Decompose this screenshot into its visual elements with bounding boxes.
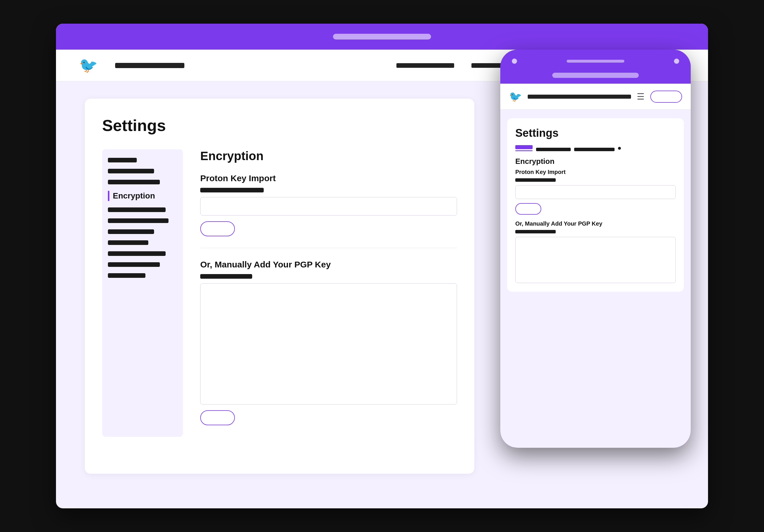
sidebar-item-8[interactable] <box>108 240 148 245</box>
mobile-tab-dot <box>618 147 621 150</box>
mobile-settings-title: Settings <box>515 127 676 139</box>
sidebar-item-3[interactable] <box>108 180 160 184</box>
sidebar-item-5[interactable] <box>108 207 166 212</box>
sidebar-item-encryption[interactable]: Encryption <box>108 191 177 201</box>
mobile-tab-3[interactable] <box>574 148 615 151</box>
site-logo-text <box>115 63 184 68</box>
sidebar-item-9[interactable] <box>108 251 166 256</box>
encryption-section-title: Encryption <box>200 149 457 163</box>
sidebar-item-1[interactable] <box>108 158 137 162</box>
pgp-key-textarea[interactable] <box>200 283 457 405</box>
mobile-tab-2[interactable] <box>536 148 571 151</box>
mobile-url-bar <box>500 73 691 84</box>
mobile-frame: 🐦 ☰ Settings Encrypt <box>500 50 691 448</box>
desktop-browser: 🐦 Settings Encryption <box>56 24 708 508</box>
hamburger-menu-icon[interactable]: ☰ <box>637 91 645 101</box>
proton-key-field-label <box>200 188 264 192</box>
mobile-settings-card: Settings Encryption Proton Key Import <box>507 118 684 292</box>
settings-body: Encryption Encryption Proton Key Import <box>102 149 457 437</box>
proton-key-import-title: Proton Key Import <box>200 173 457 183</box>
mobile-nav-cta-button[interactable] <box>650 90 682 103</box>
mobile-status-dot-right <box>674 59 679 64</box>
mobile-pgp-textarea[interactable] <box>515 237 676 283</box>
mobile-proton-key-input[interactable] <box>515 185 676 199</box>
mobile-status-dot-left <box>512 59 517 64</box>
mobile-site-logo-text <box>528 94 631 99</box>
pgp-key-submit-button[interactable] <box>200 410 235 425</box>
settings-card: Settings Encryption <box>85 99 474 474</box>
browser-top-bar <box>56 24 708 50</box>
mobile-page-content: Settings Encryption Proton Key Import <box>500 110 691 448</box>
mobile-tab-1-underline <box>515 150 533 151</box>
mobile-proton-submit-button[interactable] <box>515 203 541 215</box>
url-bar-pill[interactable] <box>333 34 431 40</box>
proton-key-input[interactable] <box>200 197 457 216</box>
sidebar-item-10[interactable] <box>108 262 160 267</box>
sidebar-item-11[interactable] <box>108 273 145 278</box>
sidebar-item-6[interactable] <box>108 218 168 223</box>
mobile-tab-1[interactable] <box>515 145 533 149</box>
mobile-pgp-field-label <box>515 230 556 234</box>
mobile-encryption-title: Encryption <box>515 157 676 166</box>
settings-sidebar: Encryption <box>102 149 183 437</box>
mobile-site-logo-icon: 🐦 <box>509 90 522 103</box>
mobile-status-bar <box>500 50 691 73</box>
mobile-manual-pgp-title: Or, Manually Add Your PGP Key <box>515 220 676 227</box>
proton-key-submit-button[interactable] <box>200 221 235 236</box>
sidebar-item-2[interactable] <box>108 169 154 173</box>
sidebar-item-encryption-label: Encryption <box>113 191 155 201</box>
site-logo-icon: 🐦 <box>79 57 98 74</box>
mobile-tabs-row <box>515 145 676 151</box>
manual-pgp-title: Or, Manually Add Your PGP Key <box>200 260 457 269</box>
sidebar-item-7[interactable] <box>108 229 154 234</box>
nav-link-1[interactable] <box>396 63 454 68</box>
mobile-browser-nav: 🐦 ☰ <box>500 84 691 110</box>
mobile-url-pill[interactable] <box>552 73 639 78</box>
mobile-proton-key-title: Proton Key Import <box>515 169 676 175</box>
mobile-proton-field-label <box>515 178 556 182</box>
settings-title: Settings <box>102 116 457 135</box>
sidebar-active-bar <box>108 191 109 201</box>
settings-main-content: Encryption Proton Key Import Or, Manuall… <box>183 149 457 437</box>
mobile-notch <box>567 60 624 63</box>
section-divider <box>200 248 457 248</box>
pgp-key-field-label <box>200 274 252 279</box>
